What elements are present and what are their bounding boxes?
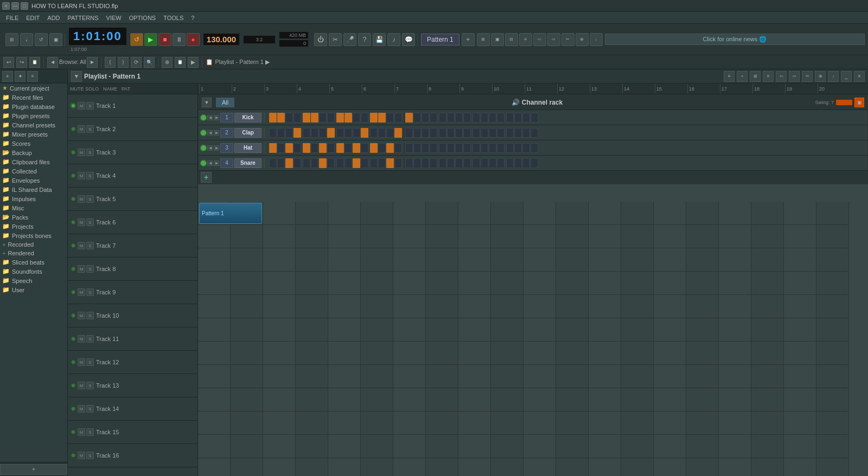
grid-cell-7-3[interactable] [263, 342, 296, 365]
grid-cell-10-3[interactable] [263, 411, 296, 435]
grid-cell-8-8[interactable] [426, 365, 458, 388]
track-mute-8[interactable]: M [78, 265, 85, 273]
cut-icon[interactable]: ✂ [329, 33, 342, 46]
beat-btn-4-15[interactable] [394, 158, 402, 168]
grid-cell-2-10[interactable] [491, 225, 524, 248]
grid-cell-4-4[interactable] [296, 272, 328, 295]
beat-btn-2-27[interactable] [497, 128, 505, 138]
grid-cell-9-3[interactable] [263, 388, 296, 411]
beat-btn-3-23[interactable] [463, 143, 471, 153]
grid-cell-4-12[interactable] [556, 272, 589, 295]
channel-name-btn-2[interactable]: Clap [234, 128, 261, 138]
beat-btn-2-31[interactable] [531, 128, 538, 138]
grid-cell-3-3[interactable] [263, 248, 296, 272]
grid-cell-11-8[interactable] [426, 435, 458, 458]
grid-cell-10-7[interactable] [393, 411, 426, 435]
track-mute-15[interactable]: M [78, 428, 85, 436]
grid-cell-6-13[interactable] [589, 318, 621, 342]
pl-btn-4[interactable]: ≡ [763, 71, 774, 82]
grid-row-3[interactable] [198, 248, 849, 272]
grid-cell-4-5[interactable] [328, 272, 361, 295]
beat-btn-4-4[interactable] [303, 158, 310, 168]
grid-cell-3-5[interactable] [328, 248, 361, 272]
grid-cell-8-13[interactable] [589, 365, 621, 388]
beat-btn-4-22[interactable] [455, 158, 463, 168]
grid-cell-8-15[interactable] [654, 365, 686, 388]
menu-add[interactable]: ADD [43, 14, 63, 22]
beat-btn-3-6[interactable] [319, 143, 327, 153]
grid-cell-5-15[interactable] [654, 295, 686, 318]
track-row-16[interactable]: M S Track 16 [68, 444, 197, 467]
grid-cell-10-2[interactable] [231, 411, 263, 435]
track-row-12[interactable]: M S Track 12 [68, 351, 197, 374]
grid-cell-12-18[interactable] [751, 458, 784, 476]
grid-cell-4-7[interactable] [393, 272, 426, 295]
grid-cell-3-13[interactable] [589, 248, 621, 272]
grid-cell-7-19[interactable] [784, 342, 816, 365]
beat-btn-4-21[interactable] [447, 158, 455, 168]
grid-cell-6-12[interactable] [556, 318, 589, 342]
beat-btn-4-24[interactable] [473, 158, 480, 168]
grid-cell-2-6[interactable] [361, 225, 393, 248]
grid-cell-4-15[interactable] [654, 272, 686, 295]
beat-btn-2-23[interactable] [463, 128, 471, 138]
beat-btn-2-26[interactable] [489, 128, 496, 138]
browser-item-backup[interactable]: 📂Backup [0, 148, 67, 157]
grid-cell-7-9[interactable] [458, 342, 491, 365]
beat-btn-1-0[interactable] [269, 113, 277, 123]
grid-cell-3-17[interactable] [719, 248, 751, 272]
grid-cell-11-5[interactable] [328, 435, 361, 458]
beat-btn-3-25[interactable] [481, 143, 488, 153]
grid-cell-5-16[interactable] [686, 295, 719, 318]
grid-cell-1-5[interactable] [328, 202, 361, 225]
grid-cell-8-10[interactable] [491, 365, 524, 388]
track-mute-3[interactable]: M [78, 149, 85, 156]
browser-item-collected[interactable]: 📁Collected [0, 166, 67, 176]
grid-cell-3-6[interactable] [361, 248, 393, 272]
beat-btn-1-3[interactable] [293, 113, 301, 123]
grid-cell-10-8[interactable] [426, 411, 458, 435]
clip-btn[interactable]: 📋 [175, 57, 186, 68]
grid-cell-12-3[interactable] [263, 458, 296, 476]
channel-num-4[interactable]: 4 [220, 158, 233, 168]
grid-cell-12-16[interactable] [686, 458, 719, 476]
grid-row-8[interactable] [198, 365, 849, 388]
grid-cell-7-4[interactable] [296, 342, 328, 365]
track-row-15[interactable]: M S Track 15 [68, 421, 197, 444]
track-solo-1[interactable]: S [86, 102, 94, 110]
grid-cell-11-20[interactable] [816, 435, 849, 458]
beat-btn-1-6[interactable] [319, 113, 327, 123]
grid-cell-2-12[interactable] [556, 225, 589, 248]
beat-btn-1-7[interactable] [327, 113, 335, 123]
grid-cell-3-8[interactable] [426, 248, 458, 272]
grid-cell-5-2[interactable] [231, 295, 263, 318]
track-solo-14[interactable]: S [86, 405, 94, 413]
grid-cell-2-17[interactable] [719, 225, 751, 248]
beat-btn-1-8[interactable] [336, 113, 344, 123]
browser-item-recent-files[interactable]: 📁Recent files [0, 93, 67, 102]
grid-cell-8-5[interactable] [328, 365, 361, 388]
grid-cell-9-1[interactable] [198, 388, 231, 411]
beat-btn-3-4[interactable] [303, 143, 310, 153]
grid-cell-2-19[interactable] [784, 225, 816, 248]
grid-cell-4-3[interactable] [263, 272, 296, 295]
pl-btn-6[interactable]: ⇨ [789, 71, 800, 82]
beat-btn-1-4[interactable] [303, 113, 310, 123]
beat-btn-2-13[interactable] [378, 128, 386, 138]
grid-cell-7-11[interactable] [524, 342, 556, 365]
grid-cell-1-17[interactable] [719, 202, 751, 225]
grid-cell-7-5[interactable] [328, 342, 361, 365]
beat-btn-3-3[interactable] [293, 143, 301, 153]
grid-cell-10-16[interactable] [686, 411, 719, 435]
grid-cell-9-5[interactable] [328, 388, 361, 411]
grid-cell-11-3[interactable] [263, 435, 296, 458]
grid-cell-6-16[interactable] [686, 318, 719, 342]
grid-cell-2-1[interactable] [198, 225, 231, 248]
channel-num-3[interactable]: 3 [220, 143, 233, 153]
beat-btn-2-2[interactable] [285, 128, 293, 138]
max-btn[interactable]: □ [21, 2, 28, 10]
grid-cell-3-12[interactable] [556, 248, 589, 272]
pause-btn[interactable]: ⏸ [173, 33, 186, 46]
power-icon[interactable]: ⏻ [314, 33, 327, 46]
channel-arrow-right-4[interactable]: ▶ [214, 160, 219, 166]
